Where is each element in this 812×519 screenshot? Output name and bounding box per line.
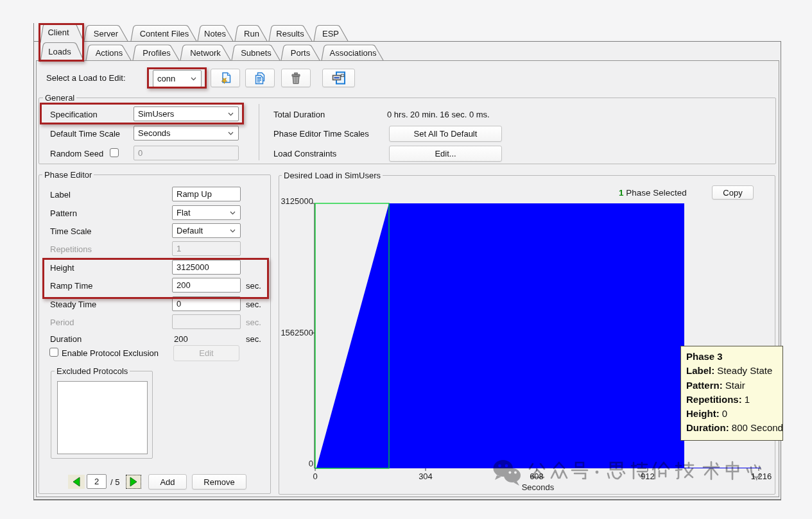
svg-text:Run: Run [244,29,259,38]
svg-text:1 Phase Selected: 1 Phase Selected [619,188,687,198]
svg-text:Subnets: Subnets [241,48,272,58]
svg-text:0: 0 [313,472,317,481]
svg-text:ESP: ESP [322,29,339,38]
svg-text:Notes: Notes [204,29,226,38]
svg-text:1562500: 1562500 [281,328,313,337]
svg-text:Profiles: Profiles [143,48,171,58]
svg-text:Results: Results [276,29,304,38]
svg-text:304: 304 [419,472,433,481]
svg-text:Ports: Ports [291,48,311,58]
svg-text:3125000: 3125000 [281,196,313,206]
svg-text:Network: Network [190,48,221,58]
svg-text:0: 0 [309,459,313,468]
svg-text:Server: Server [94,29,119,38]
svg-text:Associations: Associations [330,48,377,58]
svg-text:Actions: Actions [96,48,123,58]
svg-text:Content Files: Content Files [140,29,189,38]
